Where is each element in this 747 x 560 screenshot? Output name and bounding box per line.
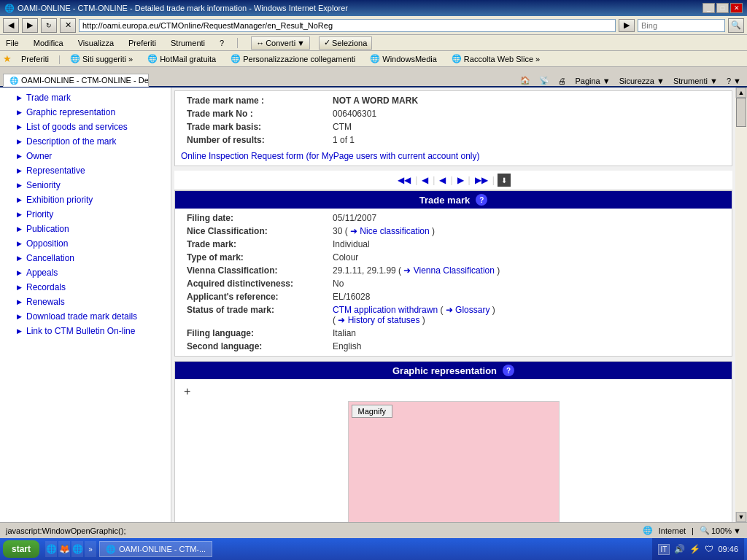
address-input[interactable] bbox=[79, 19, 616, 32]
sidebar-item-owner[interactable]: ▶ Owner bbox=[0, 149, 171, 163]
tab-strumenti-button[interactable]: Strumenti ▼ bbox=[670, 76, 721, 86]
nav-sep-3: | bbox=[450, 175, 452, 185]
scroll-track[interactable] bbox=[735, 98, 747, 512]
graphic-image: Magnify bbox=[348, 401, 560, 522]
sidebar-item-goods[interactable]: ▶ List of goods and services bbox=[0, 120, 171, 134]
menu-preferiti[interactable]: Preferiti bbox=[125, 38, 159, 48]
maximize-button[interactable]: □ bbox=[716, 3, 729, 13]
tab-sicurezza-button[interactable]: Sicurezza ▼ bbox=[616, 76, 667, 86]
sidebar-item-graphic[interactable]: ▶ Graphic representation bbox=[0, 105, 171, 120]
glossary-link[interactable]: ➜ Glossary bbox=[446, 305, 490, 315]
search-input[interactable] bbox=[638, 19, 725, 32]
back-button[interactable]: ◀ bbox=[3, 18, 19, 33]
favorites-windowsmedia[interactable]: 🌐 WindowsMedia bbox=[365, 52, 442, 65]
scroll-thumb[interactable] bbox=[736, 98, 746, 127]
favorites-item-main[interactable]: Preferiti bbox=[16, 53, 54, 65]
favorites-bar: ★ Preferiti | 🌐 Siti suggeriti » 🌐 HotMa… bbox=[0, 51, 747, 67]
favorites-hotmail[interactable]: 🌐 HotMail gratuita bbox=[142, 52, 221, 65]
close-button[interactable]: ✕ bbox=[730, 3, 743, 13]
ie2-taskbar-icon: 🌐 bbox=[72, 544, 83, 554]
go-button[interactable]: ▶ bbox=[619, 19, 635, 32]
start-button[interactable]: start bbox=[3, 540, 39, 558]
sidebar-item-description[interactable]: ▶ Description of the mark bbox=[0, 134, 171, 149]
right-scrollbar[interactable]: ▲ ▼ bbox=[735, 88, 747, 522]
internet-globe-icon: 🌐 bbox=[643, 526, 653, 535]
next-button[interactable]: ▶ bbox=[456, 174, 465, 187]
plus-button[interactable]: + bbox=[184, 385, 190, 397]
applicant-reference-value: EL/16028 bbox=[333, 292, 370, 302]
tab-main[interactable]: 🌐 OAMI-ONLINE - CTM-ONLINE - Detailed tr… bbox=[3, 74, 149, 87]
tab-feed-button[interactable]: 📡 bbox=[536, 75, 552, 86]
favorites-siti[interactable]: 🌐 Siti suggeriti » bbox=[65, 52, 138, 65]
scroll-up-button[interactable]: ▲ bbox=[736, 88, 746, 98]
sidebar-item-appeals[interactable]: ▶ Appeals bbox=[0, 265, 171, 280]
filing-date-label: Filing date: bbox=[187, 213, 333, 223]
first-button[interactable]: ◀◀ bbox=[396, 174, 412, 187]
sidebar-item-publication[interactable]: ▶ Publication bbox=[0, 222, 171, 236]
zoom-control[interactable]: 🔍 100% ▼ bbox=[700, 526, 741, 535]
nav-sep-4: | bbox=[468, 175, 471, 185]
tab-help-button[interactable]: ? ▼ bbox=[724, 76, 744, 86]
nice-classification-link[interactable]: ➜ Nice classification bbox=[350, 226, 430, 236]
trade-mark-label: Trade mark: bbox=[187, 239, 333, 249]
type-of-mark-value: Colour bbox=[333, 252, 358, 262]
scroll-down-button[interactable]: ▼ bbox=[736, 512, 746, 522]
select-icon: ✓ bbox=[324, 38, 330, 47]
vienna-classification-link[interactable]: ➜ Vienna Classification bbox=[403, 265, 495, 276]
minimize-button[interactable]: _ bbox=[703, 3, 715, 13]
tab-home-button[interactable]: 🏠 bbox=[517, 75, 533, 86]
taskbar-window-label: OAMI-ONLINE - CTM-... bbox=[119, 545, 206, 553]
sidebar-item-priority[interactable]: ▶ Priority bbox=[0, 207, 171, 222]
menu-strumenti[interactable]: Strumenti bbox=[168, 38, 208, 48]
graphic-help-icon[interactable]: ? bbox=[503, 365, 514, 376]
download-button[interactable]: ⬇ bbox=[498, 174, 511, 187]
sidebar-item-seniority[interactable]: ▶ Seniority bbox=[0, 178, 171, 192]
trademark-help-icon[interactable]: ? bbox=[476, 194, 487, 206]
second-language-row: Second language: English bbox=[181, 340, 726, 353]
magnify-button[interactable]: Magnify bbox=[352, 405, 393, 418]
fav-separator-1: | bbox=[58, 54, 61, 64]
prev-button[interactable]: ◀ bbox=[438, 174, 447, 187]
nice-classification-row: Nice Classification: 30 ( ➜ Nice classif… bbox=[181, 225, 726, 238]
status-right: 🌐 Internet | 🔍 100% ▼ bbox=[643, 526, 741, 535]
window-controls[interactable]: _ □ ✕ bbox=[703, 3, 743, 13]
menu-help[interactable]: ? bbox=[217, 38, 227, 48]
favorites-star-icon: ★ bbox=[3, 53, 12, 64]
sidebar-item-download[interactable]: ▶ Download trade mark details bbox=[0, 309, 171, 324]
stop-button[interactable]: ✕ bbox=[60, 18, 76, 33]
menu-file[interactable]: File bbox=[3, 38, 22, 48]
online-form-link[interactable]: Online Inspection Request form (for MyPa… bbox=[181, 151, 480, 161]
sidebar-arrow-owner: ▶ bbox=[15, 152, 23, 160]
sidebar-item-cancellation[interactable]: ▶ Cancellation bbox=[0, 251, 171, 265]
refresh-button[interactable]: ↻ bbox=[41, 18, 57, 33]
trademark-name-value: NOT A WORD MARK bbox=[333, 96, 418, 106]
taskbar-arrow-icon[interactable]: » bbox=[85, 541, 96, 557]
last-button[interactable]: ▶▶ bbox=[473, 174, 489, 187]
ctm-withdrawn-link[interactable]: CTM application withdrawn bbox=[333, 305, 438, 315]
clock: 09:46 bbox=[718, 545, 738, 553]
menu-visualizza[interactable]: Visualizza bbox=[75, 38, 117, 48]
tab-pagina-button[interactable]: Pagina ▼ bbox=[572, 76, 613, 86]
convert-button[interactable]: ↔ Converti ▼ bbox=[251, 36, 310, 50]
taskbar-window-item[interactable]: 🌐 OAMI-ONLINE - CTM-... bbox=[99, 541, 212, 557]
search-button[interactable]: 🔍 bbox=[728, 18, 744, 33]
language-badge: IT bbox=[658, 544, 670, 555]
prev2-button[interactable]: ◀ bbox=[420, 174, 430, 187]
sidebar-item-opposition[interactable]: ▶ Opposition bbox=[0, 236, 171, 251]
sidebar-item-bulletin[interactable]: ▶ Link to CTM Bulletin On-line bbox=[0, 324, 171, 338]
select-button[interactable]: ✓ Seleziona bbox=[319, 36, 372, 50]
address-bar: ◀ ▶ ↻ ✕ ▶ 🔍 bbox=[0, 16, 747, 35]
sidebar-item-trademark[interactable]: ▶ Trade mark bbox=[0, 90, 171, 105]
menu-modifica[interactable]: Modifica bbox=[31, 38, 66, 48]
sidebar-item-recordals[interactable]: ▶ Recordals bbox=[0, 280, 171, 295]
sidebar-item-representative[interactable]: ▶ Representative bbox=[0, 163, 171, 178]
favorites-personalizzazione[interactable]: 🌐 Personalizzazione collegamenti bbox=[225, 52, 360, 65]
favorites-raccolta[interactable]: 🌐 Raccolta Web Slice » bbox=[446, 52, 545, 65]
tab-print-button[interactable]: 🖨 bbox=[555, 76, 569, 86]
forward-button[interactable]: ▶ bbox=[22, 18, 38, 33]
sidebar-item-exhibition[interactable]: ▶ Exhibition priority bbox=[0, 192, 171, 207]
trademark-basis-label: Trade mark basis: bbox=[187, 122, 333, 132]
history-link[interactable]: ➜ History of statuses bbox=[338, 315, 419, 325]
sidebar-item-renewals[interactable]: ▶ Renewals bbox=[0, 295, 171, 309]
sidebar-arrow-graphic: ▶ bbox=[15, 108, 23, 117]
